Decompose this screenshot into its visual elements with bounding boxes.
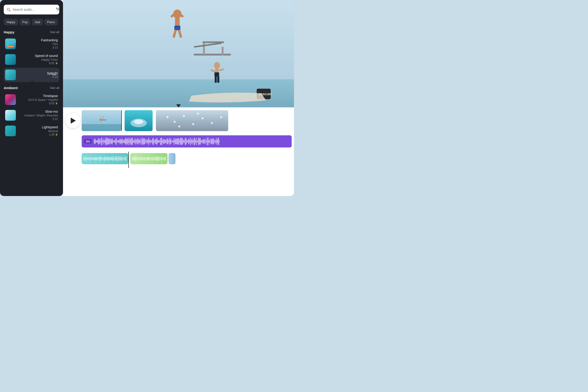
svg-rect-32: [100, 117, 101, 121]
filter-icon[interactable]: [55, 7, 60, 12]
genre-pill-jazz[interactable]: Jazz: [59, 19, 59, 26]
right-panel: MERCURY: [63, 0, 294, 196]
ambient-section: Ambient See all Timelapse Sci-fi & Space…: [4, 86, 59, 139]
track-duration-slow-mo: 3:12: [18, 117, 58, 121]
svg-point-40: [174, 121, 176, 123]
video-preview: MERCURY: [63, 0, 294, 107]
play-triangle-icon: [71, 118, 76, 124]
crown-icon-timelapse: ♛: [55, 102, 58, 105]
ambient-section-title: Ambient: [4, 86, 18, 90]
clips-track: [82, 110, 294, 131]
track-title-speed: Speed of sound: [18, 54, 58, 58]
track-lightspeed[interactable]: Lightspeed Musical 1:29 ♛: [4, 124, 59, 138]
track-thumb-lightspeed: [5, 126, 16, 136]
sub-waveform-teal: [84, 155, 126, 162]
ambient-section-header: Ambient See all: [4, 86, 59, 90]
svg-rect-38: [156, 110, 228, 131]
genre-pill-happy[interactable]: Happy: [4, 19, 18, 26]
svg-rect-27: [214, 72, 219, 76]
timeline-area: 22s: [63, 107, 294, 196]
track-fastracking[interactable]: Fastracking Film 3:13: [4, 36, 59, 51]
crown-icon-lightspeed: ♛: [55, 133, 58, 136]
playhead-triangle-top: [176, 104, 181, 107]
track-duration-timelapse: 5:03 ♛: [18, 102, 58, 105]
track-title-timelapse: Timelapse: [18, 94, 58, 98]
svg-point-5: [56, 8, 58, 9]
track-thumb-slow-mo: [5, 110, 16, 121]
sub-track-green[interactable]: [130, 153, 168, 164]
svg-rect-33: [103, 116, 103, 119]
sub-waveform-green: [132, 155, 166, 162]
svg-line-1: [9, 10, 10, 11]
svg-point-37: [134, 120, 143, 124]
video-bg: MERCURY: [63, 0, 294, 107]
track-info-timelapse: Timelapse Sci-fi & Space • Hopeful 5:03 …: [18, 94, 58, 105]
track-subtitle-lightspeed: Musical: [18, 130, 58, 133]
sub-track-teal[interactable]: [82, 153, 128, 164]
sub-playhead-line: [128, 152, 129, 168]
clip-3[interactable]: [156, 110, 228, 131]
track-title-lightspeed: Lightspeed: [18, 125, 58, 129]
svg-rect-17: [203, 42, 205, 55]
track-title-fastracking: Fastracking: [18, 38, 58, 42]
track-info-speed: Speed of sound Happy Tunes 6:02 ♛: [18, 54, 58, 65]
track-slow-mo[interactable]: Slow-mo Ambient • Bright • Peaceful 3:12: [4, 108, 59, 122]
audio-waveform-purple[interactable]: 22s: [82, 135, 292, 148]
svg-point-41: [183, 115, 185, 117]
search-input[interactable]: [12, 8, 54, 12]
svg-rect-18: [222, 47, 224, 56]
playhead-line: [121, 110, 122, 131]
svg-point-43: [202, 117, 204, 119]
clip-2-svg: [124, 110, 152, 131]
svg-rect-13: [174, 26, 180, 30]
genre-pills: Happy Pop Sad Piano Jazz Bi▶: [4, 19, 59, 26]
clip-3-svg: [156, 110, 228, 131]
track-subtitle-timelapse: Sci-fi & Space • Hopeful: [18, 98, 58, 102]
sub-track-blue[interactable]: [168, 153, 176, 164]
track-title-slow-mo: Slow-mo: [18, 110, 58, 114]
app-container: Happy Pop Sad Piano Jazz Bi▶ Happy See a…: [0, 0, 294, 196]
more-options-icon[interactable]: •••: [51, 72, 58, 78]
track-duration-lightspeed: 1:29 ♛: [18, 133, 58, 136]
play-button[interactable]: [65, 113, 80, 128]
crown-icon-speed: ♛: [55, 62, 58, 65]
genre-pill-sad[interactable]: Sad: [32, 19, 43, 26]
svg-point-39: [166, 116, 168, 118]
left-panel: Happy Pop Sad Piano Jazz Bi▶ Happy See a…: [0, 0, 63, 196]
genre-pill-pop[interactable]: Pop: [20, 19, 30, 26]
track-subtitle-fastracking: Film: [18, 42, 58, 46]
svg-rect-31: [82, 124, 121, 131]
svg-point-47: [197, 113, 199, 114]
svg-point-46: [178, 126, 180, 128]
track-duration-fastracking: 3:13: [18, 46, 58, 49]
clip-1-svg: [82, 110, 121, 131]
track-splash[interactable]: Splash! 0:22 ••• ☞: [4, 68, 59, 82]
sub-audio-row: [63, 152, 294, 168]
track-speed-of-sound[interactable]: Speed of sound Happy Tunes 6:02 ♛: [4, 52, 59, 67]
svg-rect-25: [215, 76, 217, 83]
svg-point-6: [58, 9, 60, 10]
track-subtitle-slow-mo: Ambient • Bright • Peaceful: [18, 114, 58, 117]
search-bar[interactable]: [4, 5, 59, 14]
track-timelapse[interactable]: Timelapse Sci-fi & Space • Hopeful 5:03 …: [4, 92, 59, 107]
clip-1[interactable]: [82, 110, 121, 131]
clip-2[interactable]: [124, 110, 152, 131]
track-duration-speed: 6:02 ♛: [18, 62, 58, 65]
timeline-clips-row: [63, 107, 294, 133]
search-icon: [6, 8, 11, 12]
ambient-see-all[interactable]: See all: [50, 86, 59, 90]
svg-rect-34: [99, 120, 106, 120]
svg-point-44: [211, 122, 213, 124]
audio-track-row: 22s: [63, 133, 294, 152]
svg-point-21: [214, 62, 220, 68]
happy-see-all[interactable]: See all: [50, 30, 59, 34]
genre-pill-piano[interactable]: Piano: [44, 19, 58, 26]
cursor-hand: ☞: [30, 79, 35, 85]
track-info-slow-mo: Slow-mo Ambient • Bright • Peaceful 3:12: [18, 110, 58, 121]
track-thumb-splash: [5, 70, 16, 80]
track-subtitle-speed: Happy Tunes: [18, 58, 58, 61]
track-info-lightspeed: Lightspeed Musical 1:29 ♛: [18, 125, 58, 136]
video-scene-svg: MERCURY: [63, 0, 294, 107]
track-thumb-fastracking: [5, 38, 16, 49]
track-info-fastracking: Fastracking Film 3:13: [18, 38, 58, 49]
